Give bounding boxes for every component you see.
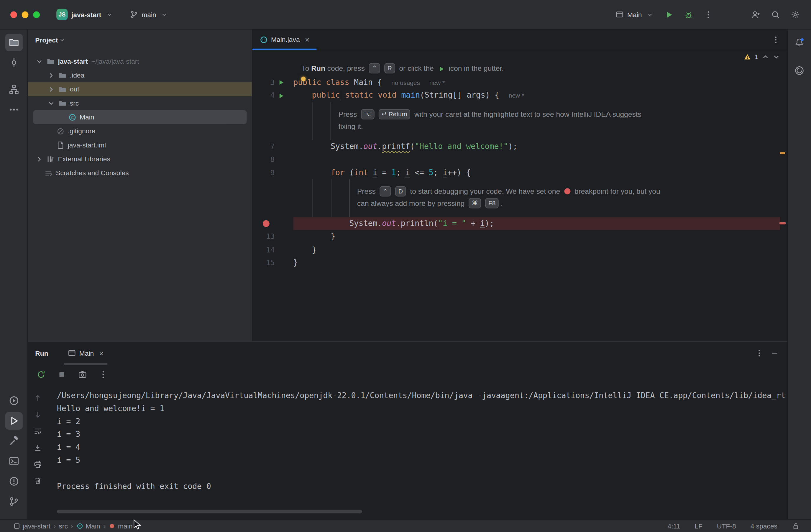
- zoom-window-button[interactable]: [33, 11, 40, 18]
- editor-line-breakpoint[interactable]: System.out.println("i = " + i);: [253, 217, 787, 230]
- activity-terminal-button[interactable]: [5, 452, 23, 470]
- editor-gutter[interactable]: 4: [253, 89, 293, 102]
- branch-widget[interactable]: main: [126, 8, 171, 21]
- horizontal-scrollbar[interactable]: [57, 510, 362, 513]
- editor-line-4[interactable]: 4 public static void main(String[] args)…: [253, 89, 787, 102]
- breadcrumb-main[interactable]: CMain: [76, 522, 100, 530]
- tree-item-src[interactable]: src: [28, 96, 252, 110]
- editor-line-14[interactable]: 14 }: [253, 243, 787, 257]
- inspections-widget[interactable]: 1: [744, 54, 780, 61]
- project-panel-header[interactable]: Project: [28, 30, 252, 50]
- tree-item-out[interactable]: out: [28, 82, 252, 96]
- rerun-button[interactable]: [34, 367, 48, 381]
- code-line[interactable]: System.out.println("i = " + i);: [293, 217, 780, 230]
- editor-gutter[interactable]: 8: [253, 153, 293, 166]
- lock-icon[interactable]: [792, 522, 799, 530]
- prev-occurrence-button[interactable]: [32, 393, 44, 404]
- editor-gutter[interactable]: 14: [253, 243, 293, 257]
- debug-button[interactable]: [680, 7, 696, 22]
- tab-main-java[interactable]: C Main.java ×: [253, 30, 317, 49]
- more-actions-button[interactable]: [700, 7, 716, 22]
- hide-tool-window-icon[interactable]: [770, 349, 779, 357]
- breadcrumb-main[interactable]: main: [108, 522, 133, 530]
- editor-line-9[interactable]: 9 for (int i = 1; i <= 5; i++) {: [253, 166, 787, 180]
- editor-gutter[interactable]: 9: [253, 166, 293, 180]
- tree-item-main[interactable]: CMain: [33, 110, 247, 124]
- close-window-button[interactable]: [10, 11, 17, 18]
- console-output[interactable]: /Users/hongsujeong/Library/Java/JavaVirt…: [57, 384, 787, 519]
- minimize-window-button[interactable]: [22, 11, 29, 18]
- stop-button[interactable]: [55, 367, 68, 381]
- tree-item-java-start[interactable]: java-start~/java/java-start: [28, 54, 252, 68]
- search-everywhere-button[interactable]: [768, 7, 783, 22]
- editor-line-7[interactable]: 7 System.out.printf("Hello and welcome!"…: [253, 140, 787, 153]
- code-line[interactable]: }: [293, 230, 780, 244]
- activity-run-button[interactable]: [5, 412, 23, 430]
- print-button[interactable]: [32, 459, 44, 470]
- breadcrumb-java-start[interactable]: java-start: [14, 522, 50, 530]
- code-with-me-button[interactable]: [748, 7, 764, 22]
- hint-text: Press: [339, 108, 359, 120]
- tree-item-external-libraries[interactable]: External Libraries: [28, 152, 252, 166]
- activity-commit-button[interactable]: [5, 54, 23, 71]
- scroll-to-end-button[interactable]: [32, 442, 44, 454]
- editor-gutter[interactable]: [253, 217, 293, 230]
- intention-bulb-icon[interactable]: [301, 76, 306, 81]
- editor-gutter[interactable]: 15: [253, 257, 293, 270]
- notifications-button[interactable]: [792, 34, 807, 50]
- settings-button[interactable]: [787, 7, 803, 22]
- tree-item-scratches-and-consoles[interactable]: Scratches and Consoles: [28, 166, 252, 180]
- editor-line-15[interactable]: 15}: [253, 257, 787, 270]
- close-run-tab-button[interactable]: ×: [99, 349, 104, 358]
- editor-line-8[interactable]: 8: [253, 153, 787, 166]
- editor-body[interactable]: To Run code, press ⌃R or click the icon …: [253, 50, 787, 341]
- code-line[interactable]: }: [293, 257, 780, 270]
- caret-position-widget[interactable]: 4:11: [668, 522, 680, 530]
- activity-project-button[interactable]: [5, 34, 23, 51]
- run-tab-main[interactable]: Main ×: [62, 342, 110, 365]
- activity-problems-button[interactable]: [5, 472, 23, 490]
- breakpoint-stripe-mark[interactable]: [779, 222, 786, 224]
- indent-widget[interactable]: 4 spaces: [751, 522, 777, 530]
- soft-wrap-button[interactable]: [32, 426, 44, 437]
- code-line[interactable]: public class Main {no usagesnew *: [293, 76, 780, 89]
- clear-all-button[interactable]: [32, 475, 44, 487]
- activity-structure-button[interactable]: [5, 80, 23, 98]
- activity-build-button[interactable]: [5, 432, 23, 450]
- tree-item-java-start-iml[interactable]: java-start.iml: [28, 138, 252, 152]
- activity-version-control-button[interactable]: [5, 493, 23, 511]
- code-line[interactable]: public static void main(String[] args) {…: [293, 89, 780, 102]
- activity-services-button[interactable]: [5, 392, 23, 410]
- code-line[interactable]: [293, 153, 780, 166]
- warning-stripe-mark[interactable]: [780, 152, 785, 154]
- play-icon[interactable]: [277, 79, 284, 86]
- editor-gutter[interactable]: 3: [253, 76, 293, 89]
- activity-more-tool-windows-button[interactable]: [5, 101, 23, 119]
- run-button[interactable]: [661, 7, 676, 22]
- thread-dump-button[interactable]: [76, 367, 89, 381]
- tab-options-icon[interactable]: [772, 36, 780, 44]
- play-icon[interactable]: [277, 92, 284, 99]
- code-line[interactable]: System.out.printf("Hello and welcome!");: [293, 140, 780, 153]
- run-configuration-selector[interactable]: Main: [611, 8, 657, 21]
- breadcrumb-src[interactable]: src: [59, 522, 68, 530]
- more-options-button[interactable]: [96, 367, 110, 381]
- project-widget[interactable]: JS java-start: [52, 7, 116, 22]
- ai-assistant-button[interactable]: [792, 62, 807, 78]
- breakpoint-dot[interactable]: [263, 220, 270, 227]
- chevron-up-icon[interactable]: [762, 54, 769, 61]
- editor-gutter[interactable]: 7: [253, 140, 293, 153]
- tree-item-gitignore[interactable]: .gitignore: [28, 124, 252, 138]
- encoding-widget[interactable]: UTF-8: [717, 522, 736, 530]
- tree-item-idea[interactable]: .idea: [28, 68, 252, 82]
- code-line[interactable]: }: [293, 243, 780, 257]
- editor-line-3[interactable]: 3public class Main {no usagesnew *: [253, 76, 787, 89]
- code-line[interactable]: for (int i = 1; i <= 5; i++) {: [293, 166, 780, 180]
- editor-gutter[interactable]: 13: [253, 230, 293, 244]
- line-separator-widget[interactable]: LF: [694, 522, 703, 530]
- run-options-icon[interactable]: [755, 349, 764, 357]
- next-occurrence-button[interactable]: [32, 409, 44, 421]
- chevron-down-icon[interactable]: [772, 54, 780, 61]
- editor-line-13[interactable]: 13 }: [253, 230, 787, 244]
- close-tab-button[interactable]: ×: [305, 35, 309, 44]
